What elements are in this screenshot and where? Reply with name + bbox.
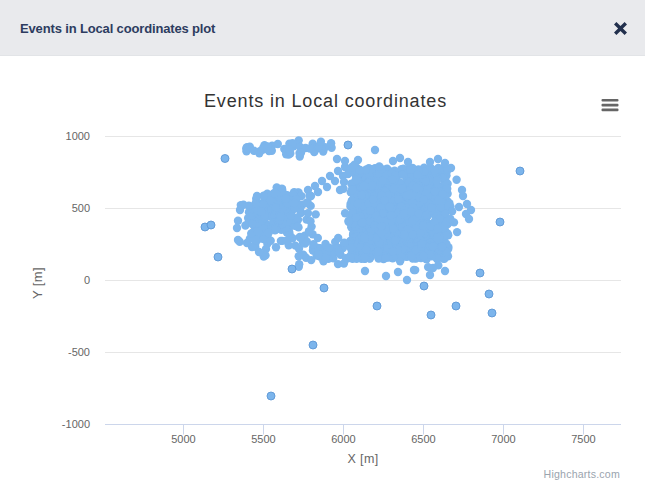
svg-text:6500: 6500	[411, 433, 435, 445]
svg-text:-1000: -1000	[62, 418, 90, 430]
svg-text:7000: 7000	[491, 433, 515, 445]
svg-text:X [m]: X [m]	[347, 452, 378, 466]
svg-text:5500: 5500	[251, 433, 275, 445]
svg-text:1000: 1000	[66, 130, 90, 142]
svg-text:Highcharts.com: Highcharts.com	[544, 468, 620, 480]
svg-text:6000: 6000	[331, 433, 355, 445]
svg-text:0: 0	[84, 274, 90, 286]
svg-text:5000: 5000	[171, 433, 195, 445]
svg-text:Y [m]: Y [m]	[30, 267, 45, 299]
svg-text:500: 500	[72, 202, 90, 214]
svg-text:-500: -500	[68, 346, 90, 358]
svg-text:7500: 7500	[571, 433, 595, 445]
svg-text:Events in Local coordinates: Events in Local coordinates	[204, 91, 447, 111]
